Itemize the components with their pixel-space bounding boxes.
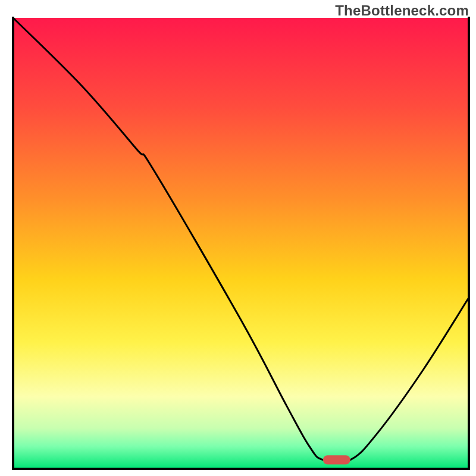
plot-area	[13, 18, 469, 469]
watermark-text: TheBottleneck.com	[335, 2, 469, 19]
bottleneck-chart	[0, 0, 476, 476]
chart-container: TheBottleneck.com	[0, 0, 476, 476]
optimal-marker	[323, 455, 350, 464]
